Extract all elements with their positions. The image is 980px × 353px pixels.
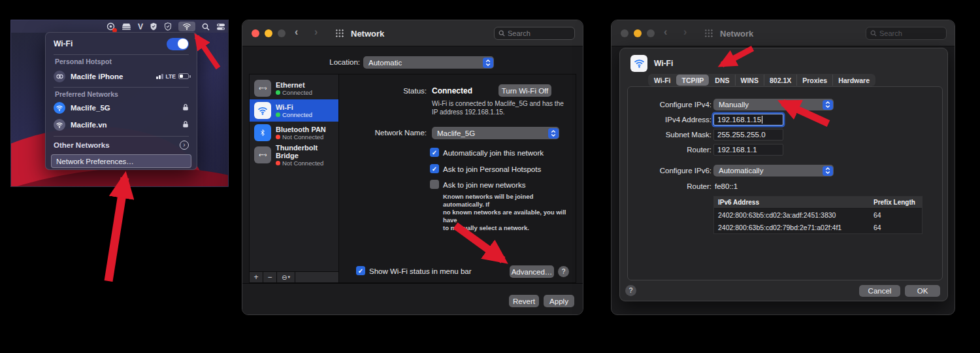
network-window: ‹ › Network Search Location: Automatic ‹… xyxy=(242,20,583,315)
help-button[interactable]: ? xyxy=(625,285,636,296)
v-app-icon[interactable]: V xyxy=(138,22,143,31)
status-dot-red xyxy=(276,161,280,165)
network-name-value: Maclife_5G xyxy=(437,129,475,137)
wifi-toggle[interactable] xyxy=(167,38,189,50)
subnet-mask-field[interactable]: 255.255.255.0 xyxy=(713,129,783,141)
search-field[interactable]: Search xyxy=(494,27,575,40)
add-service-button[interactable]: + xyxy=(250,272,263,282)
revert-button[interactable]: Revert xyxy=(509,295,539,307)
wifi-service-icon xyxy=(630,55,647,72)
back-icon[interactable]: ‹ xyxy=(295,26,298,38)
dropdown-stepper-icon xyxy=(548,128,559,139)
sidebar-toolbar: + − ⊖▾ xyxy=(250,271,338,282)
network-preferences-item[interactable]: Network Preferences… xyxy=(51,154,191,168)
sidebar-item-bluetooth-pan[interactable]: Bluetooth PAN Not Connected xyxy=(250,122,338,144)
wifi-menu-icon[interactable] xyxy=(178,22,195,31)
show-all-grid-icon[interactable] xyxy=(704,29,713,38)
zoom-button[interactable] xyxy=(278,29,286,37)
wifi-active-icon xyxy=(54,102,65,114)
tab-wifi[interactable]: Wi-Fi xyxy=(649,75,676,86)
checkbox-show-wifi-status[interactable]: ✓ xyxy=(356,266,365,275)
tab-proxies[interactable]: Proxies xyxy=(796,75,832,86)
hotspot-item[interactable]: Maclife iPhone LTE xyxy=(46,67,197,85)
advanced-button[interactable]: Advanced… xyxy=(510,265,554,278)
minimize-button[interactable] xyxy=(265,29,272,37)
sidebar-item-thunderbolt-bridge[interactable]: ‹···› Thunderbolt Bridge Not Connected xyxy=(250,144,338,166)
table-row[interactable]: 2402:800:63b5:cd02:79bd:2e71:a02f:4f1 64 xyxy=(714,221,922,233)
chevron-down-icon: ▾ xyxy=(287,275,290,280)
table-row[interactable]: 2402:800:63b5:cd02:3a:adf:2451:3830 64 xyxy=(714,209,922,221)
ok-button[interactable]: OK xyxy=(905,285,940,297)
bluetooth-icon xyxy=(254,124,271,141)
advanced-label: Advanced… xyxy=(512,268,553,276)
sidebar-item-ethernet[interactable]: ‹···› Ethernet Connected xyxy=(250,77,338,99)
help-button[interactable]: ? xyxy=(558,266,569,277)
search-field[interactable]: Search xyxy=(866,27,947,40)
network-item-maclife-5g[interactable]: Maclife_5G xyxy=(46,99,197,116)
ipv4-address-field[interactable]: 192.168.1.15 xyxy=(713,114,783,126)
service-status: Connected xyxy=(282,111,312,118)
turn-wifi-off-button[interactable]: Turn Wi-Fi Off xyxy=(498,84,551,97)
screenshot-canvas: V Wi-Fi Personal Hots xyxy=(0,0,980,353)
lte-label: LTE xyxy=(166,73,176,80)
menu-bar: V xyxy=(11,20,228,33)
service-status: Connected xyxy=(282,89,312,96)
zoom-button[interactable] xyxy=(647,29,655,37)
apply-label: Apply xyxy=(549,297,568,305)
tab-8021x[interactable]: 802.1X xyxy=(764,75,796,86)
cancel-button[interactable]: Cancel xyxy=(859,285,900,297)
action-menu-icon: ⊖ xyxy=(282,274,287,281)
wifi-menu-title: Wi-Fi xyxy=(54,39,73,48)
control-center-icon[interactable] xyxy=(216,22,225,31)
ipv4-address-label: IPv4 Address: xyxy=(628,116,711,124)
ipv6-address-cell: 2402:800:63b5:cd02:79bd:2e71:a02f:4f1 xyxy=(714,224,872,231)
advanced-window: ‹ › Network Search Wi-Fi Wi-Fi TCP/IP DN… xyxy=(611,20,955,315)
service-name: Wi-Fi xyxy=(276,103,312,111)
close-button[interactable] xyxy=(252,29,259,37)
tab-tcpip[interactable]: TCP/IP xyxy=(676,75,710,86)
service-name: Wi-Fi xyxy=(654,59,673,68)
configure-ipv6-value: Automatically xyxy=(719,167,763,175)
remove-service-button[interactable]: − xyxy=(263,272,277,282)
battery-icon xyxy=(178,73,189,79)
shield-filled-icon[interactable] xyxy=(150,22,157,31)
tab-hardware[interactable]: Hardware xyxy=(832,75,875,86)
close-button[interactable] xyxy=(621,29,629,37)
apply-button[interactable]: Apply xyxy=(544,295,574,307)
checkbox-auto-join[interactable]: ✓ xyxy=(430,148,439,157)
forward-icon[interactable]: › xyxy=(314,26,318,38)
checkbox-ask-new[interactable] xyxy=(430,180,439,189)
show-all-grid-icon[interactable] xyxy=(335,29,344,38)
checkbox-ask-hotspots-label: Ask to join Personal Hotspots xyxy=(443,165,541,173)
other-networks-item[interactable]: Other Networks › xyxy=(46,138,197,152)
ok-label: OK xyxy=(917,287,928,295)
forward-icon[interactable]: › xyxy=(683,26,687,38)
tab-dns[interactable]: DNS xyxy=(709,75,734,86)
back-icon[interactable]: ‹ xyxy=(664,26,667,38)
configure-ipv6-dropdown[interactable]: Automatically xyxy=(713,165,834,176)
tabs-bar: Wi-Fi TCP/IP DNS WINS 802.1X Proxies Har… xyxy=(648,74,875,86)
checkbox-ask-hotspots[interactable]: ✓ xyxy=(430,164,439,173)
wifi-detail-panel: Status: Connected Turn Wi-Fi Off Wi-Fi i… xyxy=(339,74,576,283)
router-field[interactable]: 192.168.1.1 xyxy=(713,144,783,156)
configure-ipv4-dropdown[interactable]: Manually xyxy=(713,99,834,110)
search-icon xyxy=(870,30,877,37)
shield-outline-icon[interactable] xyxy=(164,22,172,31)
configure-ipv6-label: Configure IPv6: xyxy=(628,167,711,175)
network-item-maclife-vn[interactable]: Maclife.vn xyxy=(46,116,197,133)
sidebar-item-wifi[interactable]: Wi-Fi Connected xyxy=(250,99,338,122)
hotspot-name: Maclife iPhone xyxy=(71,73,123,80)
revert-label: Revert xyxy=(513,297,535,305)
ipv6-router-value: fe80::1 xyxy=(715,182,738,190)
checkbox-ask-new-label: Ask to join new networks xyxy=(443,181,526,189)
search-icon[interactable] xyxy=(202,22,210,31)
minimize-button[interactable] xyxy=(634,29,642,37)
app-badge-icon[interactable] xyxy=(106,22,115,31)
tab-wins[interactable]: WINS xyxy=(735,75,764,86)
network-name-dropdown[interactable]: Maclife_5G xyxy=(432,127,559,139)
service-status: Not Connected xyxy=(282,133,323,141)
disk-icon[interactable] xyxy=(122,22,131,31)
location-dropdown[interactable]: Automatic xyxy=(363,56,494,69)
action-menu-button[interactable]: ⊖▾ xyxy=(277,272,295,282)
network-window-titlebar: ‹ › Network Search xyxy=(242,20,583,46)
